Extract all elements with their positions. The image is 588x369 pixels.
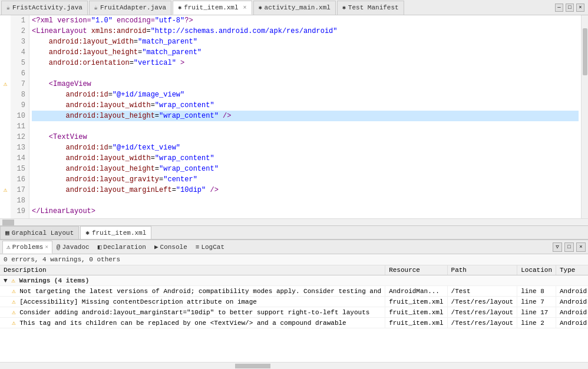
code-line-17: android:layout_marginLeft="10dip" /> bbox=[32, 185, 579, 195]
problems-scrollbar[interactable] bbox=[0, 362, 588, 369]
gutter-15 bbox=[0, 164, 11, 174]
path-cell: /Test bbox=[447, 286, 517, 297]
col-location: Location bbox=[517, 265, 556, 275]
gutter-11 bbox=[0, 121, 11, 132]
code-line-1: <?xml version="1.0" encoding="utf-8"?> bbox=[32, 15, 579, 26]
location-cell: line 8 bbox=[517, 286, 556, 297]
code-line-14: android:layout_width="wrap_content" bbox=[32, 153, 579, 164]
code-editor[interactable]: <?xml version="1.0" encoding="utf-8"?> <… bbox=[29, 15, 581, 218]
java-icon: ☕ bbox=[6, 4, 10, 11]
resource-cell: AndroidMan... bbox=[385, 286, 447, 297]
code-line-12: <TextView bbox=[32, 132, 579, 142]
table-row[interactable]: ⚠ This tag and its children can be repla… bbox=[0, 318, 588, 328]
h-scroll-thumb[interactable] bbox=[235, 364, 270, 368]
warning-icon: ⚠ bbox=[11, 277, 19, 284]
warning-icon-17: ⚠ bbox=[4, 185, 8, 195]
tab-logcat[interactable]: ≡ LogCat bbox=[191, 241, 229, 254]
tab-problems[interactable]: ⚠ Problems ✕ bbox=[2, 241, 52, 254]
problems-label: Problems bbox=[12, 244, 44, 251]
col-type: Type bbox=[556, 265, 589, 275]
editor-bottom-tabs: ▦ Graphical Layout ✱ fruit_item.xml bbox=[0, 225, 588, 240]
collapse-icon[interactable]: ▼ bbox=[4, 277, 11, 284]
code-line-5: android:orientation="vertical" > bbox=[32, 58, 579, 68]
table-row[interactable]: ⚠ Not targeting the latest versions of A… bbox=[0, 286, 588, 297]
tab-label: FruitAdapter.java bbox=[100, 4, 166, 11]
tab-fruit-item-xml[interactable]: ✱ fruit_item.xml bbox=[80, 226, 151, 239]
col-path: Path bbox=[447, 265, 517, 275]
tab-graphical-layout[interactable]: ▦ Graphical Layout bbox=[0, 226, 79, 239]
path-cell: /Test/res/layout bbox=[447, 318, 517, 328]
gutter-2 bbox=[0, 26, 11, 36]
scrollbar-thumb[interactable] bbox=[583, 28, 587, 75]
tab-javadoc[interactable]: @ Javadoc bbox=[52, 241, 94, 254]
type-cell: Android Lint... bbox=[556, 307, 589, 318]
table-row[interactable]: ⚠ [Accessibility] Missing contentDescrip… bbox=[0, 297, 588, 307]
tab-bar: ☕ FristActivity.java ☕ FruitAdapter.java… bbox=[0, 0, 588, 15]
manifest-icon: ✱ bbox=[342, 4, 346, 11]
type-cell: Android Lint... bbox=[556, 318, 589, 328]
code-line-4: android:layout_height="match_parent" bbox=[32, 47, 579, 58]
gutter-12 bbox=[0, 132, 11, 142]
gutter-13 bbox=[0, 142, 11, 153]
window-controls: — □ × bbox=[555, 4, 587, 12]
tab-declaration[interactable]: ◧ Declaration bbox=[94, 241, 150, 254]
close-panel-button[interactable]: × bbox=[576, 242, 586, 252]
close-button[interactable]: × bbox=[576, 4, 584, 12]
maximize-button[interactable]: □ bbox=[566, 4, 574, 12]
minimize-button[interactable]: — bbox=[555, 4, 563, 12]
type-cell: Android Lint... bbox=[556, 286, 589, 297]
vertical-scrollbar[interactable] bbox=[581, 15, 588, 218]
code-line-16: android:layout_gravity="center" bbox=[32, 174, 579, 185]
code-line-9: android:layout_width="wrap_content" bbox=[32, 100, 579, 111]
gutter-4 bbox=[0, 47, 11, 58]
code-container[interactable]: ⚠ ⚠ 123 456 789 101112 131415 161718 192… bbox=[0, 15, 588, 218]
table-header-row: Description Resource Path Location Type bbox=[0, 265, 588, 275]
line-numbers: 123 456 789 101112 131415 161718 1920 bbox=[11, 15, 29, 218]
close-icon[interactable]: × bbox=[243, 5, 247, 11]
warnings-group-row: ▼ ⚠ Warnings (4 items) bbox=[0, 275, 588, 286]
javadoc-label: Javadoc bbox=[62, 244, 89, 251]
tab-fruititem[interactable]: ✱ fruit_item.xml × bbox=[173, 1, 252, 15]
location-cell: line 17 bbox=[517, 307, 556, 318]
table-row[interactable]: ⚠ Consider adding android:layout_marginS… bbox=[0, 307, 588, 318]
maximize-panel-button[interactable]: □ bbox=[564, 242, 574, 252]
code-line-6 bbox=[32, 68, 579, 79]
problems-tab-bar: ⚠ Problems ✕ @ Javadoc ◧ Declaration ▶ C… bbox=[0, 240, 588, 254]
warnings-group-label: ▼ ⚠ Warnings (4 items) bbox=[0, 275, 588, 286]
declaration-icon: ◧ bbox=[98, 243, 102, 251]
problems-table[interactable]: Description Resource Path Location Type … bbox=[0, 265, 588, 362]
path-cell: /Test/res/layout bbox=[447, 307, 517, 318]
gutter-16 bbox=[0, 174, 11, 185]
code-line-8: android:id="@+id/image_view" bbox=[32, 89, 579, 100]
desc-cell: ⚠ This tag and its children can be repla… bbox=[0, 318, 385, 328]
code-line-10: android:layout_height="wrap_content" /> bbox=[32, 111, 579, 121]
gutter-18 bbox=[0, 195, 11, 206]
path-cell: /Test/res/layout bbox=[447, 297, 517, 307]
warning-gutter: ⚠ ⚠ bbox=[0, 15, 11, 218]
horizontal-scrollbar[interactable] bbox=[0, 218, 588, 225]
problems-data-table: Description Resource Path Location Type … bbox=[0, 265, 588, 328]
problems-close-icon[interactable]: ✕ bbox=[45, 244, 48, 250]
gutter-14 bbox=[0, 153, 11, 164]
declaration-label: Declaration bbox=[103, 244, 146, 251]
console-label: Console bbox=[160, 244, 187, 251]
tab-fruitadapter[interactable]: ☕ FruitAdapter.java bbox=[89, 1, 171, 15]
gutter-10 bbox=[0, 111, 11, 121]
gutter-8 bbox=[0, 89, 11, 100]
gutter-3 bbox=[0, 36, 11, 47]
gutter-19 bbox=[0, 206, 11, 217]
col-resource: Resource bbox=[385, 265, 447, 275]
tab-console[interactable]: ▶ Console bbox=[150, 241, 191, 254]
tab-fristactivity[interactable]: ☕ FristActivity.java bbox=[1, 1, 88, 15]
problems-panel: ⚠ Problems ✕ @ Javadoc ◧ Declaration ▶ C… bbox=[0, 240, 588, 369]
tab-activitymain[interactable]: ✱ activity_main.xml bbox=[253, 1, 336, 15]
code-line-2: <LinearLayout xmlns:android="http://sche… bbox=[32, 26, 579, 36]
panel-actions: ▽ □ × bbox=[553, 242, 586, 252]
h-scrollbar-thumb[interactable] bbox=[2, 220, 14, 225]
xml-icon: ✱ bbox=[259, 4, 262, 11]
resource-cell: fruit_item.xml bbox=[385, 307, 447, 318]
xml-tab-icon: ✱ bbox=[85, 229, 90, 237]
warning-icon-7: ⚠ bbox=[4, 79, 8, 89]
minimize-panel-button[interactable]: ▽ bbox=[553, 242, 562, 252]
tab-testmanifest[interactable]: ✱ Test Manifest bbox=[337, 1, 404, 15]
